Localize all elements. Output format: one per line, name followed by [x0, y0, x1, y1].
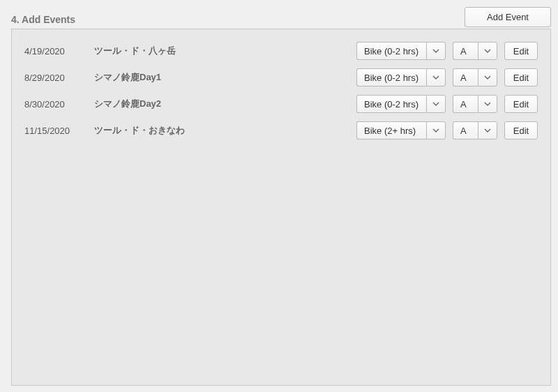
- edit-button[interactable]: Edit: [504, 121, 538, 140]
- event-type-value[interactable]: Bike (0-2 hrs): [356, 95, 426, 113]
- chevron-down-icon[interactable]: [478, 121, 497, 140]
- event-priority-value[interactable]: A: [453, 95, 478, 113]
- event-type-select[interactable]: Bike (0-2 hrs): [356, 68, 446, 86]
- event-row: 8/29/2020 シマノ鈴鹿Day1 Bike (0-2 hrs) A Edi…: [24, 68, 538, 86]
- section-title: 4. Add Events: [11, 10, 75, 25]
- events-panel: 4/19/2020 ツール・ド・八ヶ岳 Bike (0-2 hrs) A Edi…: [11, 29, 551, 386]
- event-type-value[interactable]: Bike (0-2 hrs): [356, 42, 426, 60]
- event-row: 11/15/2020 ツール・ド・おきなわ Bike (2+ hrs) A Ed…: [24, 121, 538, 140]
- edit-button[interactable]: Edit: [504, 42, 538, 60]
- event-priority-value[interactable]: A: [453, 121, 478, 140]
- event-date: 8/29/2020: [24, 73, 87, 83]
- add-event-button[interactable]: Add Event: [465, 7, 551, 27]
- chevron-down-icon[interactable]: [426, 68, 446, 86]
- chevron-down-icon[interactable]: [426, 95, 446, 113]
- chevron-down-icon[interactable]: [426, 121, 446, 140]
- edit-button[interactable]: Edit: [504, 95, 538, 113]
- event-date: 8/30/2020: [24, 99, 87, 110]
- event-row: 8/30/2020 シマノ鈴鹿Day2 Bike (0-2 hrs) A Edi…: [24, 95, 538, 113]
- chevron-down-icon[interactable]: [426, 42, 446, 60]
- event-type-value[interactable]: Bike (2+ hrs): [356, 121, 426, 140]
- event-priority-select[interactable]: A: [453, 95, 497, 113]
- event-type-select[interactable]: Bike (0-2 hrs): [356, 42, 446, 60]
- event-name: ツール・ド・八ヶ岳: [94, 45, 349, 57]
- event-priority-value[interactable]: A: [453, 42, 478, 60]
- chevron-down-icon[interactable]: [478, 95, 497, 113]
- event-date: 4/19/2020: [24, 46, 87, 56]
- event-priority-value[interactable]: A: [453, 68, 478, 86]
- event-name: ツール・ド・おきなわ: [94, 124, 349, 137]
- edit-button[interactable]: Edit: [504, 68, 538, 86]
- event-type-select[interactable]: Bike (0-2 hrs): [356, 95, 446, 113]
- event-priority-select[interactable]: A: [453, 68, 497, 86]
- event-date: 11/15/2020: [24, 126, 87, 136]
- event-priority-select[interactable]: A: [453, 121, 497, 140]
- event-name: シマノ鈴鹿Day1: [94, 71, 349, 84]
- event-priority-select[interactable]: A: [453, 42, 497, 60]
- event-type-value[interactable]: Bike (0-2 hrs): [356, 68, 426, 86]
- event-type-select[interactable]: Bike (2+ hrs): [356, 121, 446, 140]
- chevron-down-icon[interactable]: [478, 42, 497, 60]
- event-row: 4/19/2020 ツール・ド・八ヶ岳 Bike (0-2 hrs) A Edi…: [24, 42, 538, 60]
- event-name: シマノ鈴鹿Day2: [94, 98, 349, 110]
- chevron-down-icon[interactable]: [478, 68, 497, 86]
